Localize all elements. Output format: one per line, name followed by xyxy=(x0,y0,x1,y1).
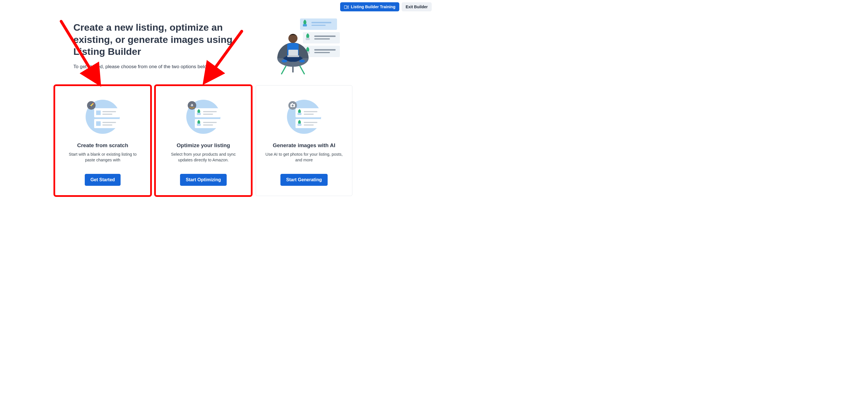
start-generating-label: Start Generating xyxy=(286,177,322,182)
svg-point-58 xyxy=(292,104,294,106)
card-generate-images[interactable]: Generate images with AI Use AI to get ph… xyxy=(256,85,352,196)
page-title: Create a new listing, optimize an existi… xyxy=(73,21,232,58)
exit-builder-button[interactable]: Exit Builder xyxy=(402,2,432,11)
svg-rect-37 xyxy=(197,113,201,115)
svg-rect-10 xyxy=(314,49,336,51)
svg-rect-8 xyxy=(306,38,310,40)
svg-rect-2 xyxy=(311,22,331,23)
card-illustration-optimize: a xyxy=(179,97,227,137)
card-illustration-scratch xyxy=(79,97,127,137)
svg-point-20 xyxy=(282,60,287,63)
svg-rect-24 xyxy=(96,110,101,115)
svg-text:a: a xyxy=(191,102,193,107)
svg-rect-38 xyxy=(203,111,217,112)
training-button[interactable]: Listing Builder Training xyxy=(340,2,399,11)
page-subtitle: To get started, please choose from one o… xyxy=(73,64,232,70)
start-generating-button[interactable]: Start Generating xyxy=(280,174,327,186)
video-icon xyxy=(344,5,349,8)
svg-rect-6 xyxy=(314,35,336,37)
svg-rect-43 xyxy=(203,125,213,126)
card-create-from-scratch[interactable]: Create from scratch Start with a blank o… xyxy=(54,85,151,196)
svg-rect-28 xyxy=(96,121,101,126)
exit-builder-label: Exit Builder xyxy=(406,5,428,9)
start-optimizing-button[interactable]: Start Optimizing xyxy=(180,174,227,186)
svg-rect-41 xyxy=(197,124,201,126)
svg-rect-50 xyxy=(304,114,314,115)
get-started-label: Get Started xyxy=(90,177,115,182)
hero: Create a new listing, optimize an existi… xyxy=(73,21,232,70)
card-description: Select from your products and sync updat… xyxy=(164,152,243,163)
card-optimize-listing[interactable]: a Optimize your listing Select from your… xyxy=(155,85,252,196)
svg-rect-54 xyxy=(304,125,314,126)
training-button-label: Listing Builder Training xyxy=(351,5,395,9)
card-title: Optimize your listing xyxy=(177,142,230,148)
card-illustration-generate xyxy=(280,97,328,137)
svg-rect-52 xyxy=(298,124,302,126)
card-description: Start with a blank or existing listing t… xyxy=(63,152,142,163)
svg-rect-7 xyxy=(314,38,330,39)
svg-rect-53 xyxy=(304,122,317,123)
topbar: Listing Builder Training Exit Builder xyxy=(340,2,432,11)
svg-point-21 xyxy=(299,60,305,63)
card-title: Create from scratch xyxy=(77,142,128,148)
svg-rect-30 xyxy=(102,125,112,126)
svg-rect-25 xyxy=(102,111,116,112)
svg-line-15 xyxy=(300,66,304,74)
svg-rect-3 xyxy=(311,25,326,26)
svg-rect-39 xyxy=(203,114,213,115)
card-title: Generate images with AI xyxy=(273,142,335,148)
svg-line-14 xyxy=(282,66,286,74)
cards-row: Create from scratch Start with a blank o… xyxy=(54,85,352,196)
svg-rect-19 xyxy=(287,56,299,57)
svg-rect-29 xyxy=(102,122,116,123)
svg-rect-49 xyxy=(304,111,317,112)
svg-rect-57 xyxy=(291,103,293,104)
card-description: Use AI to get photos for your listing, p… xyxy=(265,152,344,163)
get-started-button[interactable]: Get Started xyxy=(85,174,121,186)
svg-point-17 xyxy=(288,34,298,43)
svg-rect-48 xyxy=(298,113,302,115)
svg-rect-11 xyxy=(314,52,330,53)
svg-rect-4 xyxy=(303,24,307,26)
start-optimizing-label: Start Optimizing xyxy=(186,177,221,182)
svg-rect-0 xyxy=(344,6,347,8)
svg-rect-26 xyxy=(102,114,112,115)
svg-rect-42 xyxy=(203,122,217,123)
hero-illustration xyxy=(270,15,341,75)
svg-rect-18 xyxy=(288,50,298,56)
